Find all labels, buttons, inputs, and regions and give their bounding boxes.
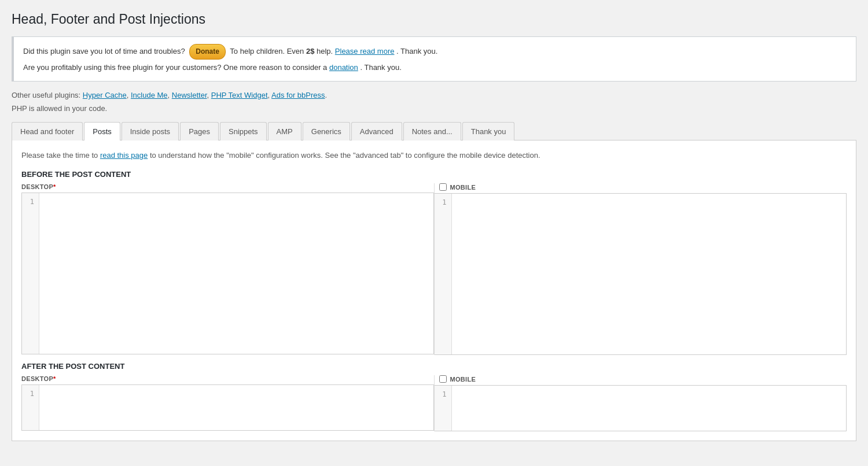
after-desktop-line-numbers: 1 xyxy=(22,385,39,430)
include-me-link[interactable]: Include Me xyxy=(131,91,168,99)
notice-bold-amount: 2$ xyxy=(306,47,314,56)
info-pre: Please take the time to xyxy=(21,151,98,160)
tab-head-footer[interactable]: Head and footer xyxy=(12,122,83,140)
after-section: AFTER THE POST CONTENT DESKTOP* 1 MOBILE… xyxy=(21,362,847,431)
tab-thank-you[interactable]: Thank you xyxy=(462,122,515,140)
page-title: Head, Footer and Post Injections xyxy=(12,12,856,27)
before-mobile-checkbox[interactable] xyxy=(439,183,447,191)
php-note: PHP is allowed in your code. xyxy=(12,104,856,113)
before-section-title: BEFORE THE POST CONTENT xyxy=(21,170,847,179)
plugins-line: Other useful plugins: Hyper Cache, Inclu… xyxy=(12,91,856,99)
notice-line2-pre: Are you profitably using this free plugi… xyxy=(23,63,327,72)
before-mobile-editor-wrapper: 1 xyxy=(435,193,847,355)
after-desktop-label: DESKTOP* xyxy=(21,375,434,382)
before-mobile-label: MOBILE xyxy=(450,184,476,191)
please-read-more-link[interactable]: Please read more xyxy=(335,47,395,56)
main-content: Please take the time to read this page t… xyxy=(12,140,856,442)
before-desktop-label: DESKTOP* xyxy=(21,183,434,190)
notice-line2-post: . Thank you. xyxy=(360,63,401,72)
after-mobile-line-numbers: 1 xyxy=(435,386,452,431)
info-text: Please take the time to read this page t… xyxy=(21,150,847,161)
after-desktop-editor-wrapper: 1 xyxy=(21,384,434,431)
before-desktop-editor-wrapper: 1 xyxy=(21,193,434,354)
notice-post-text: . Thank you. xyxy=(396,47,437,56)
ads-bbpress-link[interactable]: Ads for bbPress xyxy=(271,91,325,99)
donate-button[interactable]: Donate xyxy=(189,44,226,60)
after-desktop-textarea[interactable] xyxy=(39,385,433,430)
before-mobile-textarea[interactable] xyxy=(452,194,847,354)
notice-box: Did this plugin save you lot of time and… xyxy=(12,36,856,82)
notice-line1: Did this plugin save you lot of time and… xyxy=(23,44,847,60)
notice-mid2-text: help. xyxy=(317,47,333,56)
php-text-widget-link[interactable]: PHP Text Widget xyxy=(211,91,268,99)
read-this-page-link[interactable]: read this page xyxy=(100,151,148,160)
tab-inside-posts[interactable]: Inside posts xyxy=(122,122,179,140)
after-mobile-label: MOBILE xyxy=(450,376,476,383)
after-section-title: AFTER THE POST CONTENT xyxy=(21,362,847,371)
notice-mid-text: To help children. Even xyxy=(230,47,304,56)
plugins-label: Other useful plugins: xyxy=(12,91,80,99)
donation-link[interactable]: donation xyxy=(329,63,358,72)
tab-notes[interactable]: Notes and... xyxy=(403,122,461,140)
after-mobile-textarea[interactable] xyxy=(452,386,847,431)
before-section: BEFORE THE POST CONTENT DESKTOP* 1 MOBIL… xyxy=(21,170,847,355)
tab-advanced[interactable]: Advanced xyxy=(351,122,402,140)
tab-pages[interactable]: Pages xyxy=(180,122,219,140)
after-mobile-checkbox[interactable] xyxy=(439,375,447,383)
tab-posts[interactable]: Posts xyxy=(84,122,120,140)
info-post: to understand how the "mobile" configura… xyxy=(150,151,540,160)
hyper-cache-link[interactable]: Hyper Cache xyxy=(83,91,127,99)
before-mobile-line-numbers: 1 xyxy=(435,194,452,354)
tab-amp[interactable]: AMP xyxy=(268,122,301,140)
tab-snippets[interactable]: Snippets xyxy=(220,122,267,140)
before-desktop-textarea[interactable] xyxy=(39,193,433,354)
newsletter-link[interactable]: Newsletter xyxy=(172,91,207,99)
before-desktop-line-numbers: 1 xyxy=(22,193,39,354)
after-mobile-editor-wrapper: 1 xyxy=(435,385,847,431)
notice-line2: Are you profitably using this free plugi… xyxy=(23,62,847,74)
tabs-container: Head and footer Posts Inside posts Pages… xyxy=(12,122,856,140)
notice-pre-text: Did this plugin save you lot of time and… xyxy=(23,47,185,56)
tab-generics[interactable]: Generics xyxy=(303,122,350,140)
